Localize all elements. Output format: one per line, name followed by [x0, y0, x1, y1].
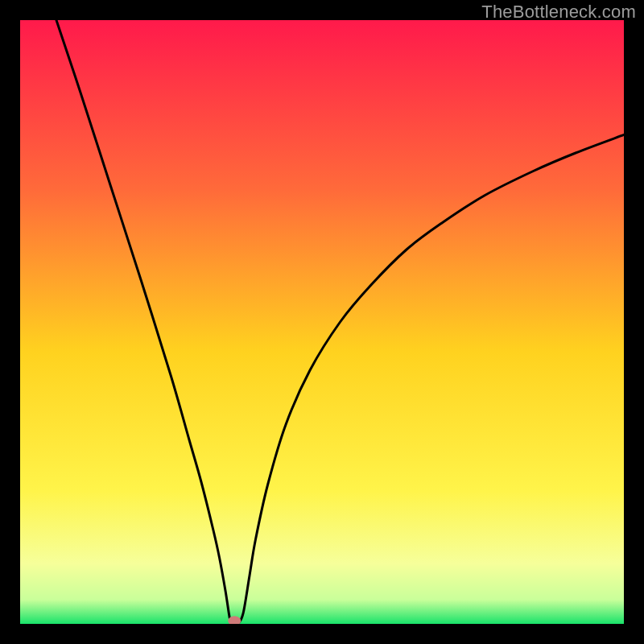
chart-svg: [20, 20, 624, 624]
chart-plot-area: [20, 20, 624, 624]
watermark-text: TheBottleneck.com: [481, 2, 636, 23]
gradient-background: [20, 20, 624, 624]
chart-frame: TheBottleneck.com: [0, 0, 644, 644]
